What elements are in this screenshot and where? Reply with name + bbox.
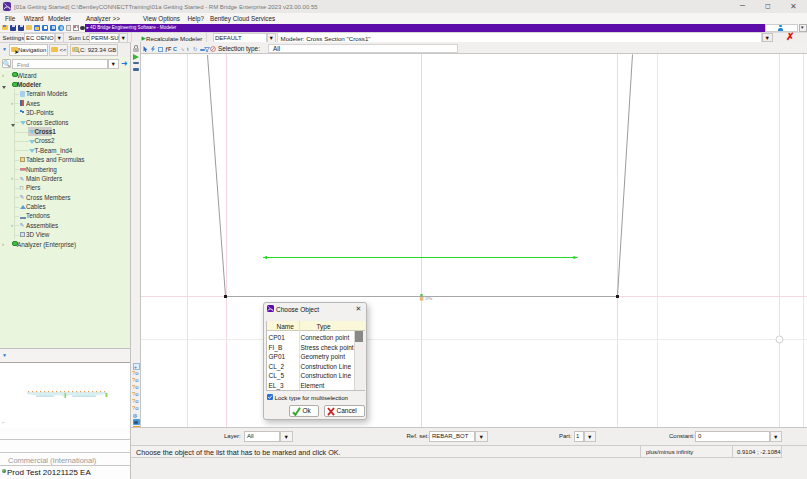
svg-text:1Pb: 1Pb [425, 296, 433, 301]
